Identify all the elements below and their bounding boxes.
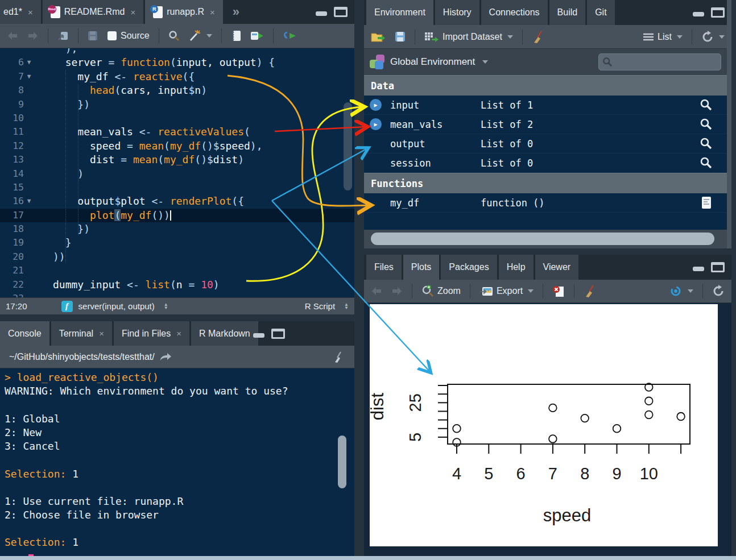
minimize-icon[interactable] [315,7,328,17]
refresh-icon[interactable] [699,30,727,44]
file-type-spinner-icon[interactable]: ▲▼ [344,303,349,310]
file-type-selector[interactable]: R Script [305,301,335,311]
tab-git[interactable]: Git [587,0,614,25]
x-tick-label: 6 [516,464,526,483]
text-segment: > load_reactive_objects() [5,371,159,383]
rerun-source-icon[interactable] [280,30,300,42]
remove-plot-icon[interactable] [550,284,567,298]
code-line: 23 [0,292,354,297]
environment-scope-selector[interactable]: Global Environment [390,56,475,68]
tab-help[interactable]: Help [499,255,534,280]
text-segment: 1: Global [5,413,60,425]
text-segment: my_df [164,154,195,165]
goto-directory-icon[interactable] [159,352,172,362]
environment-search-box[interactable] [598,53,721,70]
search-input[interactable] [613,57,709,67]
search-icon[interactable] [166,29,182,43]
minimize-icon[interactable] [692,262,705,272]
tab-packages[interactable]: Packages [441,255,497,280]
code-line: 7▼ my_df <- reactive({ [0,70,354,84]
environment-scrollbar-track[interactable] [727,0,731,248]
view-source-script-icon[interactable] [701,196,712,212]
clear-plots-broom-icon[interactable] [581,283,599,299]
fold-arrow-icon[interactable]: ▼ [24,56,34,69]
tab-viewer[interactable]: Viewer [535,255,579,280]
tab-plots[interactable]: Plots [403,255,440,280]
tab-history[interactable]: History [435,0,479,25]
code-line: 10 [0,111,354,125]
back-icon[interactable] [5,30,20,42]
save-icon[interactable] [85,30,100,42]
text-segment: ({ [183,70,195,82]
editor-scrollbar-thumb[interactable] [344,102,352,190]
env-row-input[interactable]: ▶inputList of 1 [364,96,727,115]
tab-terminal[interactable]: Terminal× [51,321,112,346]
tab-build[interactable]: Build [549,0,586,25]
env-row-mean_vals[interactable]: ▶mean_valsList of 2 [364,115,727,134]
close-icon[interactable]: × [99,329,104,338]
expand-icon[interactable]: ▶ [370,99,382,111]
publish-icon[interactable] [667,284,696,298]
inspect-magnifier-icon[interactable] [700,98,712,113]
tab-readme-rmd[interactable]: Rmd README.Rmd × [43,0,143,24]
clear-console-broom-icon[interactable] [333,351,345,363]
console-output[interactable]: 1: 14.2 2: 8.5 3: 4.0 4: 2.3> load_react… [0,368,354,560]
console-scrollbar-thumb[interactable] [338,435,346,488]
scope-spinner-icon[interactable]: ▲▼ [164,303,168,310]
fold-gutter [24,236,34,250]
export-plot-button[interactable]: Export [477,284,536,298]
fold-arrow-icon[interactable]: ▼ [24,194,34,208]
save-workspace-icon[interactable] [392,30,408,43]
tab-runapp-r[interactable]: R runapp.R × [145,0,223,24]
env-row-my_df[interactable]: my_dffunction () [364,193,727,213]
close-icon[interactable]: × [130,7,135,17]
code-text [34,181,53,194]
tab-r-markdown[interactable]: R Markdown [191,321,258,346]
object-name: output [390,138,425,150]
tab-find-in-files[interactable]: Find in Files× [114,321,189,346]
maximize-icon[interactable] [711,7,725,18]
env-row-session[interactable]: sessionList of 0 [364,154,727,173]
code-editor[interactable]: ),6▼ server = function(input, output) {7… [0,48,354,297]
text-segment: ()) [151,209,170,221]
horizontal-scrollbar-thumb[interactable] [371,233,714,245]
inspect-magnifier-icon[interactable] [700,137,712,152]
tab-console[interactable]: Console [0,321,49,346]
refresh-plot-icon[interactable] [710,284,727,298]
code-tools-wand-icon[interactable] [187,29,214,43]
tab-overflow-icon[interactable]: » [225,0,247,24]
maximize-icon[interactable] [711,262,725,272]
open-in-new-window-icon[interactable] [55,30,71,42]
function-scope-selector[interactable]: server(input, output) [78,301,155,311]
data-point [549,435,557,443]
next-plot-icon[interactable] [389,285,405,297]
source-button[interactable]: Source [105,30,152,42]
inspect-magnifier-icon[interactable] [700,156,712,171]
clear-environment-broom-icon[interactable] [530,29,548,45]
import-dataset-button[interactable]: Import Dataset [422,31,515,43]
tab-environment[interactable]: Environment [366,0,433,25]
close-icon[interactable]: × [210,7,215,17]
compile-notebook-icon[interactable] [229,29,243,43]
text-segment: dist [90,154,121,165]
run-icon[interactable] [248,30,266,42]
forward-icon[interactable] [25,30,41,42]
previous-plot-icon[interactable] [369,285,384,297]
fold-arrow-icon[interactable]: ▼ [24,70,34,84]
maximize-icon[interactable] [334,7,348,17]
load-workspace-folder-icon[interactable] [369,30,388,44]
close-icon[interactable]: × [28,7,33,17]
zoom-plot-button[interactable]: Zoom [419,284,463,298]
tab-connections[interactable]: Connections [481,0,548,25]
env-row-output[interactable]: outputList of 0 [364,134,727,154]
text-segment: )) [53,251,65,263]
minimize-icon[interactable] [692,7,705,18]
tab-ed1[interactable]: ed1* × [0,0,41,24]
tab-files[interactable]: Files [366,255,402,280]
maximize-icon[interactable] [271,329,285,339]
expand-icon[interactable]: ▶ [370,118,382,130]
inspect-magnifier-icon[interactable] [700,118,712,132]
minimize-icon[interactable] [252,329,266,339]
list-view-button[interactable]: List [640,31,685,43]
close-icon[interactable]: × [176,329,181,338]
